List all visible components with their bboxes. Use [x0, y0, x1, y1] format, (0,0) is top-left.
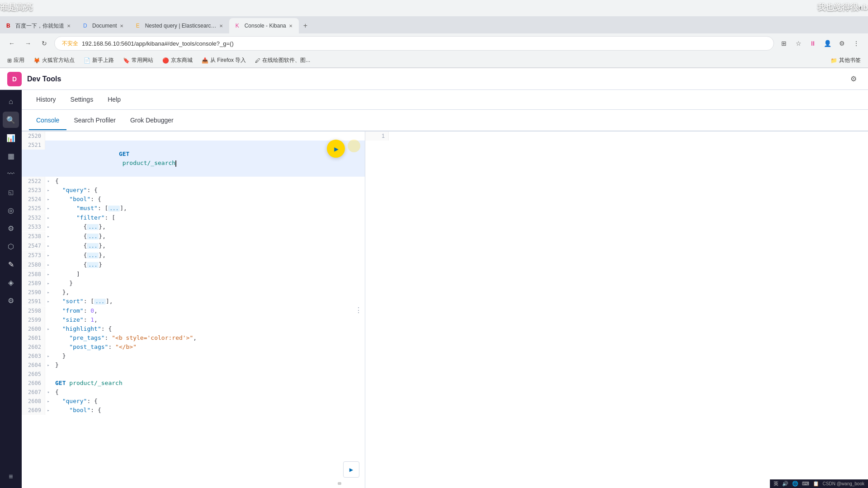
code-line-2588: 2588 ▸ ] — [22, 270, 365, 279]
line-arrow-2524[interactable]: ▸ — [45, 195, 52, 204]
bookmark-drawing[interactable]: 🖊在线绘图软件、图... — [253, 56, 312, 65]
line-arrow-2604[interactable]: ▸ — [45, 361, 52, 370]
bookmark-firefox[interactable]: 🦊火狐官方站点 — [32, 56, 76, 65]
line-arrow-2523[interactable]: ▸ — [45, 186, 52, 195]
new-tab-button[interactable]: + — [299, 18, 312, 33]
line-num-2532: 2532 — [22, 213, 45, 222]
sidebar-icon-home[interactable]: ⌂ — [3, 94, 19, 110]
collapsed-2580[interactable]: ... — [87, 262, 99, 268]
line-num-2533: 2533 — [22, 222, 45, 231]
bookmark-apps[interactable]: ⊞应用 — [5, 56, 26, 65]
line-arrow-2533[interactable]: ▸ — [45, 222, 52, 231]
nav-help[interactable]: Help — [100, 92, 128, 108]
sidebar-icon-canvas[interactable]: ◱ — [3, 184, 19, 200]
run-button-small[interactable]: ▶ — [343, 461, 359, 478]
nav-history[interactable]: History — [29, 92, 63, 108]
tray-icon-4: 📋 — [813, 481, 819, 487]
kibana-header: D Dev Tools ⚙ — [0, 68, 868, 90]
line-arrow-2573[interactable]: ▸ — [45, 251, 52, 260]
code-line-2524: 2524 ▸ "bool": { — [22, 195, 365, 204]
bookmark-import[interactable]: 📥从 Firefox 导入 — [200, 56, 248, 65]
tab-close-kibana[interactable]: ✕ — [289, 23, 292, 28]
collapsed-2547[interactable]: ... — [87, 243, 99, 249]
browser-tab-elastic[interactable]: E Nested query | Elasticsearch R... ✕ — [130, 18, 229, 33]
sidebar-icon-devtools[interactable]: ✎ — [3, 256, 19, 272]
collapsed-must[interactable]: ... — [108, 206, 120, 211]
code-line-2605: 2605 — [22, 370, 365, 379]
browser-tab-document[interactable]: D Document ✕ — [77, 18, 130, 33]
line-num-2580: 2580 — [22, 260, 45, 269]
line-arrow-2580[interactable]: ▸ — [45, 260, 52, 269]
line-arrow-2607[interactable]: ▾ — [45, 388, 52, 397]
line-arrow-2589[interactable]: ▸ — [45, 279, 52, 288]
sidebar-icon-timelion[interactable]: 〰 — [3, 166, 19, 182]
line-arrow-2608[interactable]: ▸ — [45, 397, 52, 406]
collapsed-sort[interactable]: ... — [94, 299, 106, 305]
tab-close-baidu[interactable]: ✕ — [67, 23, 71, 28]
bookmark-jd[interactable]: 🔴京东商城 — [160, 56, 194, 65]
line-content-2589: } — [52, 279, 365, 288]
line-arrow-2525[interactable]: ▸ — [45, 204, 52, 213]
code-line-2573: 2573 ▸ {...}, — [22, 251, 365, 260]
profile-icon[interactable]: 👤 — [821, 37, 834, 50]
sidebar-icon-ml[interactable]: ⚙ — [3, 220, 19, 236]
sidebar-icon-monitoring[interactable]: ◈ — [3, 274, 19, 291]
sidebar-icon-dashboard[interactable]: ▦ — [3, 148, 19, 164]
line-content-2580: {...} — [52, 260, 365, 270]
translate-icon[interactable]: ⊞ — [778, 37, 790, 50]
line-arrow-2588[interactable]: ▸ — [45, 270, 52, 279]
line-arrow-2538[interactable]: ▸ — [45, 232, 52, 241]
extensions-icon[interactable]: ⚙ — [835, 37, 848, 50]
ime-indicator[interactable]: 英 — [774, 480, 778, 487]
menu-icon[interactable]: ⋮ — [850, 37, 863, 50]
run-button[interactable] — [327, 140, 345, 158]
tab-close-elastic[interactable]: ✕ — [219, 23, 223, 28]
forward-button[interactable]: → — [22, 37, 34, 50]
code-line-2606: 2606 GET product/_search — [22, 379, 365, 388]
line-arrow-2591[interactable]: ▸ — [45, 297, 52, 306]
bookmark-others[interactable]: 📁其他书签 — [829, 56, 863, 65]
editor-content[interactable]: 2520 2521 GET product/_search — [22, 131, 365, 488]
tab-console[interactable]: Console — [29, 111, 66, 130]
line-content-2608: "query": { — [52, 397, 365, 406]
collapsed-2538[interactable]: ... — [87, 234, 99, 239]
address-box[interactable]: 不安全 192.168.56.10:5601/app/kibana#/dev_t… — [54, 36, 774, 51]
tab-search-profiler[interactable]: Search Profiler — [66, 111, 123, 130]
bookmark-common[interactable]: 🔖常用网站 — [121, 56, 155, 65]
tab-close-document[interactable]: ✕ — [120, 23, 123, 28]
sidebar-icon-management[interactable]: ⚙ — [3, 292, 19, 309]
tray-icon-3: ⌨ — [802, 481, 809, 487]
line-num-2603: 2603 — [22, 352, 45, 361]
collapsed-2573[interactable]: ... — [87, 253, 99, 258]
bookmark-newuser[interactable]: 📄新手上路 — [82, 56, 116, 65]
sidebar-icon-discover[interactable]: 🔍 — [3, 112, 19, 128]
browser-tab-kibana[interactable]: K Console - Kibana ✕ — [229, 18, 299, 33]
line-arrow-2603[interactable]: ▸ — [45, 352, 52, 361]
reload-button[interactable]: ↻ — [38, 37, 51, 50]
pause-icon[interactable]: ⏸ — [807, 37, 819, 50]
sidebar-icon-visualize[interactable]: 📊 — [3, 130, 19, 146]
line-arrow-2532[interactable]: ▸ — [45, 213, 52, 222]
devtools-tabs: Console Search Profiler Grok Debugger — [22, 110, 868, 131]
line-arrow-2609[interactable]: ▸ — [45, 406, 52, 415]
collapsed-2533[interactable]: ... — [87, 224, 99, 230]
code-line-2523: 2523 ▸ "query": { — [22, 186, 365, 195]
line-arrow-2522[interactable]: ▾ — [45, 177, 52, 186]
editor-more-options[interactable]: ⋮ — [355, 306, 362, 314]
tab-grok-debugger[interactable]: Grok Debugger — [123, 111, 181, 130]
sidebar-icon-graph[interactable]: ⬡ — [3, 238, 19, 254]
nav-settings[interactable]: Settings — [63, 92, 101, 108]
line-content-2521: GET product/_search — [52, 141, 365, 177]
bookmark-icon[interactable]: ☆ — [792, 37, 805, 50]
line-arrow-2590[interactable]: ▸ — [45, 288, 52, 297]
horizontal-scrollbar[interactable] — [338, 482, 341, 485]
line-content-2538: {...}, — [52, 232, 365, 241]
kibana-settings-icon[interactable]: ⚙ — [846, 72, 861, 86]
sidebar-icon-collapse[interactable]: ≡ — [3, 469, 19, 485]
address-url: 192.168.56.10:5601/app/kibana#/dev_tools… — [82, 40, 766, 47]
browser-tab-baidu[interactable]: B 百度一下，你就知道 ✕ — [0, 18, 77, 33]
back-button[interactable]: ← — [5, 37, 18, 50]
line-arrow-2547[interactable]: ▸ — [45, 241, 52, 250]
line-arrow-2600[interactable]: ▸ — [45, 324, 52, 333]
sidebar-icon-maps[interactable]: ◎ — [3, 202, 19, 218]
